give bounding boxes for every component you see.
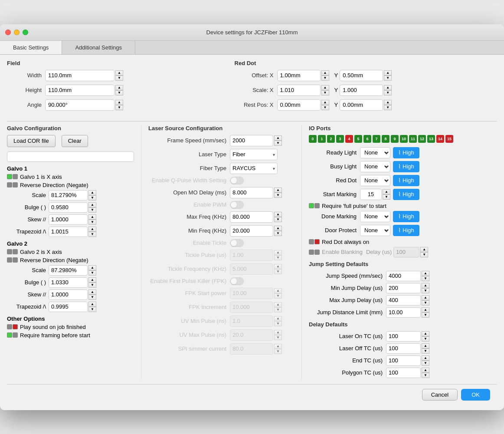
max-jump-input[interactable] [386,295,421,306]
maximize-button[interactable] [23,30,28,35]
fpk-start-input[interactable] [230,288,273,299]
width-input[interactable] [45,70,115,81]
uv-max-up[interactable]: ▲ [274,330,282,335]
end-tc-input[interactable] [386,355,421,366]
spi-up[interactable]: ▲ [274,344,282,349]
busy-light-select[interactable]: None [360,161,390,172]
galvo1-skew-down[interactable]: ▼ [88,220,96,225]
galvo2-trap-up[interactable]: ▲ [88,302,96,307]
width-down-btn[interactable]: ▼ [115,76,123,81]
max-freq-down[interactable]: ▼ [274,217,282,222]
start-marking-down[interactable]: ▼ [383,194,390,200]
min-jump-input[interactable] [386,283,421,293]
restpos-x-input[interactable] [277,99,321,111]
open-mo-input[interactable] [230,187,273,198]
spi-down[interactable]: ▼ [274,349,282,354]
tickle-freq-input[interactable] [230,263,273,275]
laser-type-select[interactable]: Fiber [230,149,278,160]
scale-x-input[interactable] [277,85,321,96]
galvo2-scale-down[interactable]: ▼ [88,270,96,276]
offset-y-down[interactable]: ▼ [384,76,392,81]
uv-min-up[interactable]: ▲ [274,316,282,321]
offset-x-input[interactable] [277,70,321,81]
width-up-btn[interactable]: ▲ [115,70,123,76]
ok-button[interactable]: OK [461,389,490,401]
uv-min-down[interactable]: ▼ [274,321,282,326]
galvo1-scale-up[interactable]: ▲ [88,190,96,195]
laser-on-down[interactable]: ▼ [422,336,429,342]
fiber-type-select[interactable]: RAYCUS [230,163,278,174]
polygon-tc-input[interactable] [386,368,421,378]
frame-speed-down[interactable]: ▼ [274,141,282,146]
restpos-y-down[interactable]: ▼ [384,105,392,110]
door-protect-select[interactable]: None [360,225,390,236]
height-down-btn[interactable]: ▼ [115,90,123,95]
start-marking-up[interactable]: ▲ [383,189,390,194]
galvo1-skew-input[interactable] [49,214,88,225]
tickle-freq-up[interactable]: ▲ [274,264,282,269]
galvo2-skew-down[interactable]: ▼ [88,295,96,300]
galvo2-skew-input[interactable] [49,289,88,300]
galvo1-skew-up[interactable]: ▲ [88,214,96,220]
tickle-pulse-up[interactable]: ▲ [274,250,282,255]
laser-on-up[interactable]: ▲ [422,331,429,336]
jump-speed-down[interactable]: ▼ [422,276,429,281]
galvo1-bulge-up[interactable]: ▲ [88,202,96,207]
jump-speed-input[interactable] [386,271,421,281]
frame-speed-input[interactable] [230,135,273,146]
polygon-tc-up[interactable]: ▲ [422,368,429,373]
close-button[interactable] [5,30,11,35]
min-jump-up[interactable]: ▲ [422,283,429,288]
galvo2-bulge-input[interactable] [49,277,88,288]
done-marking-select[interactable]: None [360,211,390,222]
enable-tickle-toggle[interactable] [230,239,244,247]
offset-x-up[interactable]: ▲ [321,70,329,76]
cor-file-input[interactable] [7,151,134,162]
min-freq-down[interactable]: ▼ [274,231,282,236]
start-marking-high-btn[interactable]: ⌇ High [393,189,419,200]
scale-y-up[interactable]: ▲ [384,85,392,90]
tab-basic-settings[interactable]: Basic Settings [0,41,62,54]
offset-y-input[interactable] [340,70,383,81]
polygon-tc-down[interactable]: ▼ [422,373,429,378]
busy-light-high-btn[interactable]: ⌇ High [393,161,419,172]
jump-dist-down[interactable]: ▼ [422,312,429,318]
jump-dist-up[interactable]: ▲ [422,307,429,312]
max-jump-up[interactable]: ▲ [422,295,429,300]
uv-min-input[interactable] [230,316,273,327]
uv-max-input[interactable] [230,329,273,341]
offset-y-up[interactable]: ▲ [384,70,392,76]
galvo1-bulge-input[interactable] [49,202,88,213]
height-input[interactable] [45,85,115,96]
max-freq-up[interactable]: ▲ [274,212,282,217]
restpos-x-up[interactable]: ▲ [321,100,329,105]
jump-dist-input[interactable] [386,307,421,318]
start-marking-input[interactable] [360,189,382,200]
load-cor-button[interactable]: Load COR file [7,135,56,147]
galvo1-bulge-down[interactable]: ▼ [88,207,96,213]
enable-qpulse-toggle[interactable] [230,177,244,184]
max-freq-input[interactable] [230,211,273,223]
enable-fpk-toggle[interactable] [230,277,244,285]
uv-max-down[interactable]: ▼ [274,335,282,340]
min-jump-down[interactable]: ▼ [422,288,429,293]
open-mo-up[interactable]: ▲ [274,187,282,193]
laser-off-up[interactable]: ▲ [422,343,429,349]
laser-off-input[interactable] [386,343,421,354]
clear-button[interactable]: Clear [62,135,88,147]
offset-x-down[interactable]: ▼ [321,76,329,81]
restpos-y-input[interactable] [340,99,383,111]
open-mo-down[interactable]: ▼ [274,193,282,198]
scale-x-up[interactable]: ▲ [321,85,329,90]
galvo2-scale-up[interactable]: ▲ [88,265,96,270]
door-protect-high-btn[interactable]: ⌇ High [393,225,419,236]
red-dot-io-select[interactable]: None [360,175,390,186]
tickle-pulse-input[interactable] [230,250,273,261]
scale-y-input[interactable] [340,85,383,96]
angle-down-btn[interactable]: ▼ [115,105,123,110]
tickle-freq-down[interactable]: ▼ [274,269,282,274]
tickle-pulse-down[interactable]: ▼ [274,255,282,260]
galvo2-trap-down[interactable]: ▼ [88,307,96,312]
end-tc-up[interactable]: ▲ [422,355,429,361]
blanking-delay-input[interactable] [393,247,419,257]
